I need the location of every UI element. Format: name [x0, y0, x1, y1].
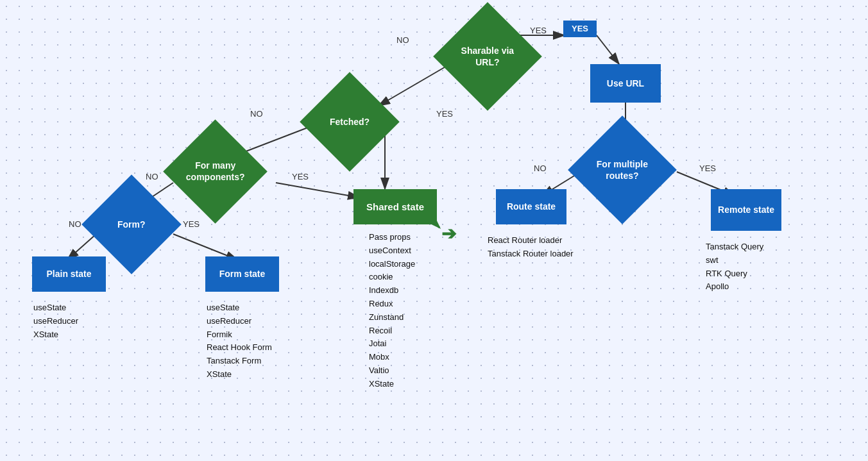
- diamond-fetched: Fetched?: [300, 72, 400, 172]
- remote-state-libs-label: Tanstack QueryswtRTK QueryApollo: [706, 240, 763, 294]
- no-label-routes: NO: [534, 163, 547, 173]
- yes-label-form: YES: [183, 219, 200, 229]
- no-label-fetched: NO: [250, 109, 263, 119]
- box-route-state: Route state: [496, 189, 566, 224]
- no-label-form: NO: [69, 219, 81, 229]
- box-shared-state: Shared state: [353, 189, 437, 224]
- box-remote-state: Remote state: [711, 189, 781, 231]
- yes-label-routes: YES: [699, 163, 716, 173]
- diamond-sharable-via-url: Sharable via URL?: [433, 2, 542, 111]
- svg-line-8: [276, 183, 359, 197]
- diamond-many-components-label: For many components?: [178, 160, 252, 183]
- plain-state-libs-label: useStateuseReducerXState: [33, 301, 78, 341]
- no-label-many-components: NO: [146, 172, 158, 181]
- box-form-state: Form state: [205, 256, 279, 292]
- yes-label-sharable: YES: [530, 26, 547, 35]
- diamond-many-components: For many components?: [163, 119, 268, 224]
- diamond-fetched-label: Fetched?: [330, 116, 370, 128]
- diamond-form-label: Form?: [117, 219, 146, 230]
- route-state-libs-label: React Router loaderTanstack Router loade…: [488, 234, 574, 261]
- shared-state-libs-label: Pass propsuseContextlocalStoragecookieIn…: [369, 231, 415, 391]
- yes-label-fetched: YES: [436, 109, 453, 119]
- diamond-multiple-routes: For multiple routes?: [568, 115, 677, 224]
- box-plain-state: Plain state: [32, 256, 106, 292]
- diamond-sharable-via-url-label: Sharable via URL?: [449, 45, 526, 68]
- box-use-url: Use URL: [590, 64, 661, 103]
- svg-line-9: [67, 234, 96, 260]
- form-state-libs-label: useStateuseReducerFormikReact Hook FormT…: [207, 301, 272, 381]
- svg-line-3: [597, 35, 619, 64]
- yes-label-many-components: YES: [292, 172, 309, 181]
- green-arrow-icon: ➔: [441, 223, 456, 244]
- flowchart-diagram: YES NO YES NO YES NO YES NO YES NO YES S…: [0, 0, 868, 461]
- no-label-sharable: NO: [396, 35, 409, 45]
- yes-badge-sharable: YES: [563, 21, 597, 37]
- svg-line-10: [173, 234, 237, 260]
- diamond-multiple-routes-label: For multiple routes?: [584, 158, 661, 181]
